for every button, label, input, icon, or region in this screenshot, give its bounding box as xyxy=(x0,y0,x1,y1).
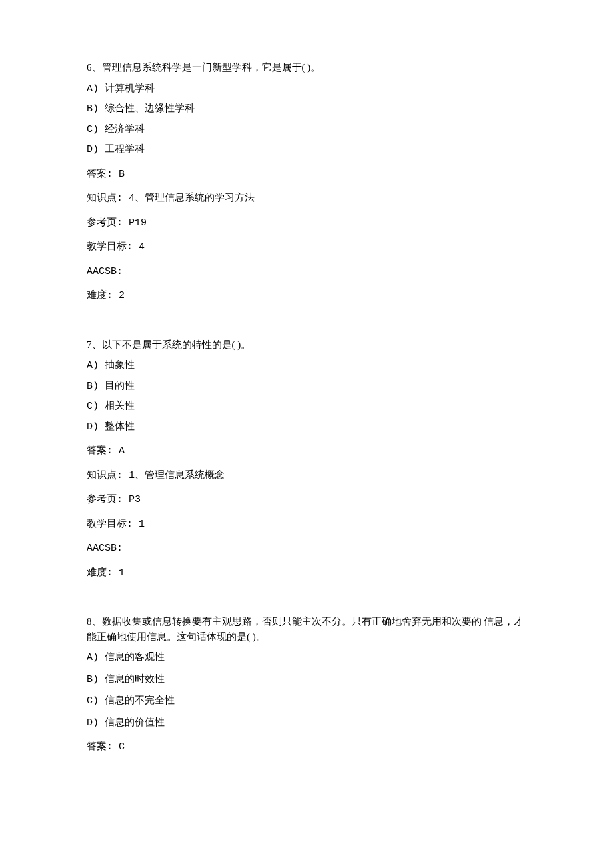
reference-line: 参考页: P19 xyxy=(87,216,526,231)
answer-line: 答案: A xyxy=(87,444,526,459)
question-text: 、管理信息系统科学是一门新型学科，它是属于( )。 xyxy=(92,62,321,73)
answer-line: 答案: C xyxy=(87,740,526,755)
option-d: D) 整体性 xyxy=(87,420,526,435)
knowledge-line: 知识点: 4、管理信息系统的学习方法 xyxy=(87,191,526,207)
question-6: 6、管理信息系统科学是一门新型学科，它是属于( )。 A) 计算机学科 B) 综… xyxy=(87,60,526,304)
option-b: B) 综合性、边缘性学科 xyxy=(87,102,526,117)
aacsb-line: AACSB: xyxy=(87,265,526,280)
objective-line: 教学目标: 4 xyxy=(87,240,526,255)
question-stem: 6、管理信息系统科学是一门新型学科，它是属于( )。 xyxy=(87,60,526,75)
knowledge-line: 知识点: 1、管理信息系统概念 xyxy=(87,469,526,484)
option-b: B) 目的性 xyxy=(87,379,526,395)
question-text: 、以下不是属于系统的特性的是( )。 xyxy=(92,339,251,350)
question-number: 8 xyxy=(87,616,92,627)
option-a: A) 计算机学科 xyxy=(87,82,526,97)
option-a: A) 抽象性 xyxy=(87,359,526,374)
option-c: C) 信息的不完全性 xyxy=(87,694,526,709)
question-8: 8、数据收集或信息转换要有主观思路，否则只能主次不分。只有正确地舍弃无用和次要的… xyxy=(87,614,526,755)
question-number: 7 xyxy=(87,339,92,350)
question-text: 、数据收集或信息转换要有主观思路，否则只能主次不分。只有正确地舍弃无用和次要的 … xyxy=(87,616,524,642)
answer-line: 答案: B xyxy=(87,167,526,183)
question-stem: 7、以下不是属于系统的特性的是( )。 xyxy=(87,337,526,353)
option-c: C) 经济学科 xyxy=(87,123,526,138)
option-d: D) 信息的价值性 xyxy=(87,716,526,731)
option-c: C) 相关性 xyxy=(87,399,526,415)
difficulty-line: 难度: 2 xyxy=(87,289,526,304)
question-7: 7、以下不是属于系统的特性的是( )。 A) 抽象性 B) 目的性 C) 相关性… xyxy=(87,337,526,581)
option-d: D) 工程学科 xyxy=(87,143,526,158)
question-stem: 8、数据收集或信息转换要有主观思路，否则只能主次不分。只有正确地舍弃无用和次要的… xyxy=(87,614,526,644)
objective-line: 教学目标: 1 xyxy=(87,517,526,533)
option-b: B) 信息的时效性 xyxy=(87,673,526,688)
option-a: A) 信息的客观性 xyxy=(87,651,526,666)
question-number: 6 xyxy=(87,62,92,73)
difficulty-line: 难度: 1 xyxy=(87,566,526,581)
reference-line: 参考页: P3 xyxy=(87,493,526,508)
aacsb-line: AACSB: xyxy=(87,541,526,557)
